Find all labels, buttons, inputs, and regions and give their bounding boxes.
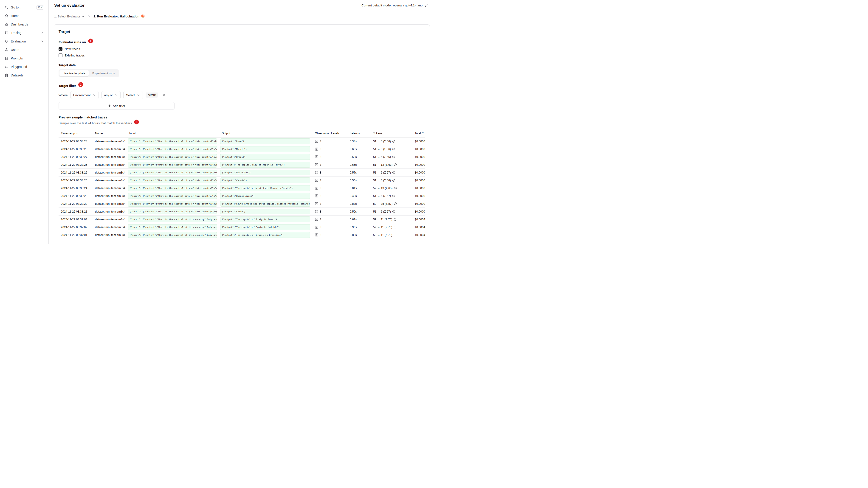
cell-latency: 0.81s bbox=[350, 187, 357, 190]
cell-output[interactable]: {"output":"Canada"} bbox=[220, 177, 310, 183]
chevron-right-icon bbox=[41, 40, 44, 43]
table-row[interactable]: 2024-11-22 03:38:21 dataset-run-item-cm3… bbox=[59, 208, 425, 216]
table-row[interactable]: 2024-11-22 03:38:28 dataset-run-item-cm3… bbox=[59, 145, 425, 153]
cell-output[interactable]: {"output":"Rome"} bbox=[220, 138, 310, 144]
sidebar-item-users[interactable]: Users bbox=[3, 46, 46, 54]
info-icon[interactable] bbox=[394, 226, 397, 229]
info-icon[interactable] bbox=[392, 194, 395, 197]
remove-filter-icon[interactable] bbox=[162, 93, 165, 97]
col-header-total-cost[interactable]: Total Cost bbox=[412, 129, 425, 137]
tab-live-tracing-data[interactable]: Live tracing data bbox=[60, 70, 89, 76]
cell-total-cost: $0.000016 bbox=[415, 187, 425, 190]
cell-input[interactable]: {"input":[{"content":"What is the capita… bbox=[128, 193, 217, 199]
cell-output[interactable]: {"output":"Brazil"} bbox=[220, 154, 310, 160]
col-header-output[interactable]: Output bbox=[219, 129, 312, 137]
table-row[interactable]: 2024-11-22 03:37:03 dataset-run-item-cm3… bbox=[59, 216, 425, 223]
table-row[interactable]: 2024-11-22 03:38:25 dataset-run-item-cm3… bbox=[59, 176, 425, 184]
cell-timestamp: 2024-11-22 03:38:26 bbox=[61, 171, 87, 174]
new-traces-checkbox[interactable] bbox=[59, 47, 62, 51]
info-icon[interactable] bbox=[392, 171, 395, 174]
cell-output[interactable]: {"output":"South Africa has three capita… bbox=[220, 201, 310, 206]
cell-input[interactable]: {"input":[{"content":"What is the capita… bbox=[128, 201, 217, 206]
preview-title: Preview sample matched traces bbox=[59, 116, 425, 119]
cell-total-cost: $0.000011 ( bbox=[415, 155, 425, 159]
cell-input[interactable]: {"input":[{"content":"What is the capita… bbox=[128, 146, 217, 152]
target-section-title: Target bbox=[59, 30, 425, 34]
sidebar-item-tracing[interactable]: Tracing bbox=[3, 29, 46, 37]
col-header-input[interactable]: Input bbox=[127, 129, 219, 137]
sidebar-item-datasets[interactable]: Datasets bbox=[3, 71, 46, 79]
filter-operator-select[interactable]: any of bbox=[101, 91, 121, 99]
cell-input[interactable]: {"input":[{"content":"What is the capita… bbox=[128, 162, 217, 168]
cell-latency: 0.38s bbox=[350, 140, 357, 143]
info-icon[interactable] bbox=[394, 163, 397, 166]
edit-pencil-icon[interactable] bbox=[425, 4, 428, 7]
cell-input[interactable]: {"input":[{"content":"What is the capita… bbox=[128, 170, 217, 175]
info-icon[interactable] bbox=[392, 140, 395, 143]
info-icon[interactable] bbox=[392, 148, 395, 151]
info-icon[interactable] bbox=[392, 210, 395, 213]
cell-tokens: 51 → 6 (Σ 57) bbox=[373, 171, 410, 174]
filter-value-select[interactable]: Select bbox=[123, 91, 143, 99]
cell-name: dataset-run-item-cm3s4 bbox=[95, 194, 125, 198]
info-icon[interactable] bbox=[392, 179, 395, 182]
col-header-latency[interactable]: Latency bbox=[347, 129, 371, 137]
cell-output[interactable]: {"output":"The capital city of South Kor… bbox=[220, 185, 310, 191]
existing-traces-option: Existing traces bbox=[59, 54, 425, 57]
table-row[interactable]: 2024-11-22 03:38:28 dataset-run-item-cm3… bbox=[59, 137, 425, 145]
cell-input[interactable]: {"input":[{"content":"What is the capita… bbox=[128, 185, 217, 191]
col-header-tokens[interactable]: Tokens bbox=[371, 129, 412, 137]
cell-input[interactable]: {"input":[{"content":"What is the capita… bbox=[128, 217, 217, 222]
cell-latency: 0.83s bbox=[350, 233, 357, 237]
cell-input[interactable]: {"input":[{"content":"What is the capita… bbox=[128, 232, 217, 238]
table-row[interactable]: 2024-11-22 03:37:02 dataset-run-item-cm3… bbox=[59, 223, 425, 231]
table-row[interactable]: 2024-11-22 03:38:24 dataset-run-item-cm3… bbox=[59, 184, 425, 192]
table-row[interactable]: 2024-11-22 03:38:26 dataset-run-item-cm3… bbox=[59, 169, 425, 176]
info-icon[interactable] bbox=[394, 233, 397, 236]
cell-input[interactable]: {"input":[{"content":"What is the capita… bbox=[128, 177, 217, 183]
cell-output[interactable]: {"output":"The capital of Brazil is Bras… bbox=[220, 232, 310, 238]
sidebar-item-playground[interactable]: Playground bbox=[3, 63, 46, 71]
where-label: Where bbox=[59, 93, 68, 97]
cell-output[interactable]: {"output":"The capital city of Japan is … bbox=[220, 162, 310, 168]
sidebar-item-dashboards[interactable]: Dashboards bbox=[3, 20, 46, 29]
cell-output[interactable]: {"output":"The capital of Italy is Rome.… bbox=[220, 217, 310, 222]
table-row[interactable]: 2024-11-22 03:38:26 dataset-run-item-cm3… bbox=[59, 161, 425, 169]
info-icon[interactable] bbox=[394, 202, 397, 205]
cell-output[interactable]: {"output":"New Delhi"} bbox=[220, 170, 310, 175]
cell-output[interactable]: {"output":"Madrid"} bbox=[220, 146, 310, 152]
step-1-select-evaluator[interactable]: 1. Select Evaluator bbox=[54, 15, 85, 18]
table-row[interactable]: 2024-11-22 03:38:27 dataset-run-item-cm3… bbox=[59, 153, 425, 161]
cell-output[interactable]: {"output":"Cairo"} bbox=[220, 209, 310, 215]
cell-timestamp: 2024-11-22 03:38:28 bbox=[61, 140, 87, 143]
goto-search[interactable]: Go to... ⌘ K bbox=[3, 3, 46, 11]
col-header-timestamp[interactable]: Timestamp▼ bbox=[59, 129, 93, 137]
filter-column-select[interactable]: Environment bbox=[70, 91, 99, 99]
cell-output[interactable]: {"output":"The capital of Spain is Madri… bbox=[220, 224, 310, 230]
existing-traces-checkbox[interactable] bbox=[59, 54, 62, 57]
cell-tokens: 51 → 6 (Σ 57) bbox=[373, 194, 410, 198]
add-filter-button[interactable]: Add filter bbox=[59, 102, 175, 109]
filter-value-chip-default[interactable]: default bbox=[146, 93, 158, 98]
col-header-observation-levels[interactable]: Observation Levels bbox=[312, 129, 347, 137]
col-header-name[interactable]: Name bbox=[93, 129, 127, 137]
info-icon[interactable] bbox=[392, 155, 395, 158]
cell-input[interactable]: {"input":[{"content":"What is the capita… bbox=[128, 138, 217, 144]
existing-traces-label: Existing traces bbox=[64, 54, 85, 57]
cell-observation-levels: 3 bbox=[315, 233, 345, 237]
table-row[interactable]: 2024-11-22 03:38:23 dataset-run-item-cm3… bbox=[59, 192, 425, 200]
sidebar-item-evaluation[interactable]: Evaluation bbox=[3, 37, 46, 45]
table-row[interactable]: 2024-11-22 03:37:01 dataset-run-item-cm3… bbox=[59, 231, 425, 239]
sidebar-item-prompts[interactable]: Prompts bbox=[3, 54, 46, 62]
table-row[interactable]: 2024-11-22 03:38:22 dataset-run-item-cm3… bbox=[59, 200, 425, 208]
sidebar-item-home[interactable]: Home bbox=[3, 12, 46, 20]
info-icon[interactable] bbox=[394, 187, 397, 190]
info-icon[interactable] bbox=[394, 218, 397, 221]
cell-output[interactable]: {"output":"Buenos Aires"} bbox=[220, 193, 310, 199]
cell-tokens: 59 → 11 (Σ 70) bbox=[373, 226, 410, 229]
cell-input[interactable]: {"input":[{"content":"What is the capita… bbox=[128, 209, 217, 215]
cell-input[interactable]: {"input":[{"content":"What is the capita… bbox=[128, 154, 217, 160]
tab-experiment-runs[interactable]: Experiment runs bbox=[89, 70, 118, 76]
cell-input[interactable]: {"input":[{"content":"What is the capita… bbox=[128, 224, 217, 230]
cell-latency: 0.50s bbox=[350, 210, 357, 213]
